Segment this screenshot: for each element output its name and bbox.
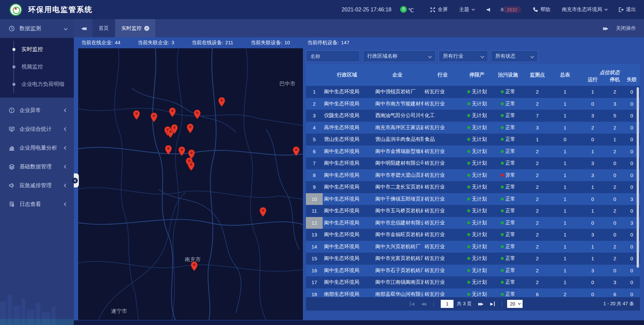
first-page-button[interactable]: ◀: [410, 302, 414, 306]
table-row[interactable]: 14 阆中生态环境局 阆中大兴页岩机砖厂 砖瓦行业 无计划 正常 2 1 1 2…: [306, 241, 640, 253]
sidebar-item-base-data[interactable]: 基础数据管理: [0, 157, 74, 176]
map-pin-icon[interactable]: [169, 107, 176, 117]
tabs-scroll-right-button[interactable]: ▶▶: [603, 26, 607, 31]
table-row[interactable]: 9 阆中生态环境局 阆中市二龙长宝页岩砖 砖瓦行业 无计划 正常 2 1 1 2…: [306, 181, 640, 193]
map-pin-icon[interactable]: [150, 112, 158, 122]
cell-industry: 砖瓦行业: [423, 288, 462, 297]
cell-index: 4: [306, 122, 323, 134]
sidebar-item-log-view[interactable]: 日志查看: [0, 195, 74, 214]
status-dot-icon: [467, 221, 470, 224]
status-dot-icon: [501, 209, 504, 212]
table-row[interactable]: 17 阆中生态环境局 阆中市江南镇阆南页岩 砖瓦行业 无计划 正常 2 1 0 …: [306, 276, 640, 288]
cell-industry: 砖瓦行业: [423, 217, 462, 229]
map-pin-icon[interactable]: [178, 146, 185, 156]
sidebar-collapse-handle[interactable]: [74, 173, 79, 187]
table-row[interactable]: 3 仪陇生态环境局 西南油气田分公司川中 化工 无计划 正常 7 1 3 5 0: [306, 110, 640, 122]
theme-dropdown[interactable]: 主题: [459, 6, 474, 13]
map-pin-icon[interactable]: [187, 161, 195, 171]
name-filter-input[interactable]: [310, 53, 356, 59]
chevron-down-icon: [428, 54, 432, 58]
map-pin-icon[interactable]: [186, 123, 194, 133]
megaphone-icon: [9, 182, 15, 188]
sidebar-item-enterprise-abnormal[interactable]: 企业异常: [0, 101, 74, 120]
close-icon[interactable]: ×: [144, 26, 149, 31]
tab-home[interactable]: 首页: [93, 19, 115, 37]
status-dot-icon: [501, 126, 504, 129]
table-row[interactable]: 10 阆中生态环境局 阆中千佛镇五郎垭页岩 砖瓦行业 无计划 正常 2 1 0 …: [306, 193, 640, 205]
notifications-button[interactable]: 2632: [499, 6, 521, 13]
region-filter-select[interactable]: 行政区域名称: [363, 50, 436, 62]
tabs-scroll-left-button[interactable]: ◀◀: [74, 19, 93, 37]
close-operations-button[interactable]: 关闭操作: [616, 25, 636, 32]
table-row[interactable]: 13 阆中生态环境局 阆中市金福旺页岩机砖 砖瓦行业 无计划 正常 2 1 3 …: [306, 229, 640, 241]
map-pin-icon[interactable]: [218, 97, 225, 107]
help-button[interactable]: 帮助: [533, 6, 550, 13]
table-row[interactable]: 5 营山生态环境局 营山县润丰肉食品有限 食品 无计划 正常 1 0 0 1 0: [306, 133, 640, 146]
status-dot-icon: [467, 90, 470, 93]
sidebar-item-video-monitoring[interactable]: 视频监控: [0, 58, 74, 75]
cell-total-meter: 1: [551, 276, 579, 288]
table-row[interactable]: 1 阆中生态环境局 阆中强锐页岩砖厂 砖瓦行业 无计划 正常 2 1 1 2 0: [306, 86, 640, 98]
table-row[interactable]: 12 阆中生态环境局 阆中市忠信建材有限公 砖瓦行业 无计划 正常 2 1 0 …: [306, 217, 640, 229]
page-size-select[interactable]: 20: [507, 300, 523, 308]
table-row[interactable]: 16 阆中生态环境局 阆中市石子页岩机砖厂 砖瓦行业 无计划 正常 2 1 3 …: [306, 265, 640, 277]
sidebar-item-power-load-detail[interactable]: 企业电力负荷明细: [0, 75, 74, 93]
chevron-down-icon: [480, 54, 484, 58]
cell-company: 阆中市金福旺页岩机砖: [371, 229, 423, 241]
table-scrollbar[interactable]: [637, 87, 639, 268]
cell-index: 3: [306, 110, 323, 122]
org-dropdown[interactable]: 南充市生态环境局: [562, 6, 607, 13]
cell-running: 1: [579, 253, 606, 265]
cell-total-meter: 1: [551, 157, 579, 169]
table-row[interactable]: 6 阆中生态环境局 阆中市金博瑞新型墙材 砖瓦行业 无计划 正常 2 1 1 2…: [306, 146, 640, 158]
sidebar-item-emergency-reduction[interactable]: 应急减排管理: [0, 176, 74, 195]
map-pin-icon[interactable]: [191, 261, 198, 271]
sidebar-item-enterprise-statistics[interactable]: 企业综合统计: [0, 120, 74, 139]
cell-total-meter: 2: [551, 288, 579, 297]
tab-realtime-monitoring[interactable]: 实时监控 ×: [115, 19, 155, 37]
cell-stopped: 2: [606, 146, 624, 158]
sidebar-item-data-monitoring[interactable]: 数据监测: [0, 19, 74, 38]
cell-total-meter: 1: [551, 146, 579, 158]
map-pin-icon[interactable]: [292, 146, 300, 156]
cell-pollution-facility: 正常: [492, 98, 524, 110]
map[interactable]: 巴中市南充市遂宁市: [78, 48, 303, 320]
last-page-button[interactable]: ▶: [490, 302, 494, 306]
col-company: 企业: [371, 64, 423, 86]
map-pin-icon[interactable]: [171, 124, 178, 134]
sidebar-item-power-analysis[interactable]: 企业用电量分析: [0, 139, 74, 157]
table-row[interactable]: 18 南部生态环境局 南部县双华山河有限公 砖瓦行业 无计划 正常 6 2 0 …: [306, 288, 640, 297]
status-filter-select[interactable]: 所有状态: [491, 50, 538, 62]
map-pin-icon[interactable]: [194, 109, 201, 119]
map-pin-icon[interactable]: [165, 145, 172, 155]
map-pin-icon[interactable]: [133, 110, 140, 120]
cell-stopped: 2: [606, 253, 624, 265]
cell-industry: 砖瓦行业: [423, 169, 462, 181]
cell-stopped: 0: [606, 193, 624, 205]
mute-button[interactable]: [485, 7, 491, 12]
table-row[interactable]: 7 阆中生态环境局 阆中明阳建材有限公司 砖瓦行业 无计划 正常 2 1 3 0…: [306, 157, 640, 169]
table-row[interactable]: 11 阆中生态环境局 阆中市五马桥页岩机砖 砖瓦行业 无计划 正常 2 1 1 …: [306, 205, 640, 217]
cell-stop-limit: 无计划: [462, 253, 492, 265]
table-row[interactable]: 8 阆中生态环境局 阆中市枣碧大梁山页岩 砖瓦行业 无计划 异常 2 1 3 0…: [306, 169, 640, 181]
table-row[interactable]: 4 高坪生态环境局 南充市高坪区王家店建 砖瓦行业 无计划 正常 3 1 2 2…: [306, 122, 640, 134]
cell-index: 17: [306, 276, 323, 288]
cell-running: 3: [579, 157, 606, 169]
pagination-bar: ◀ ◀◀ | 共 3 页 ▶▶ ▶ | 20 1 - 20 共 47 条: [306, 297, 640, 311]
table-row[interactable]: 15 阆中生态环境局 阆中市光富页岩机砖厂 砖瓦行业 无计划 正常 2 1 1 …: [306, 253, 640, 265]
industry-filter-select[interactable]: 所有行业: [439, 50, 488, 62]
sidebar-item-realtime-monitoring[interactable]: 实时监控: [0, 41, 74, 58]
phone-icon: [533, 7, 538, 12]
stat-stopped-devices: 当前停机设备:147: [307, 40, 349, 46]
map-pin-icon[interactable]: [259, 207, 267, 217]
page-number-input[interactable]: [441, 300, 453, 308]
table-row[interactable]: 2 阆中生态环境局 阆中市南方节能建材有 砖瓦行业 无计划 正常 2 1 0 3…: [306, 98, 640, 110]
status-dot-icon: [501, 281, 504, 284]
status-dot-icon: [467, 198, 470, 201]
fullscreen-button[interactable]: 全屏: [430, 6, 448, 13]
prev-page-button[interactable]: ◀◀: [421, 302, 426, 306]
cell-pollution-facility: 正常: [492, 229, 524, 241]
col-monitor-points: 监测点: [524, 64, 551, 86]
logout-button[interactable]: 退出: [618, 6, 636, 13]
next-page-button[interactable]: ▶▶: [478, 302, 483, 306]
